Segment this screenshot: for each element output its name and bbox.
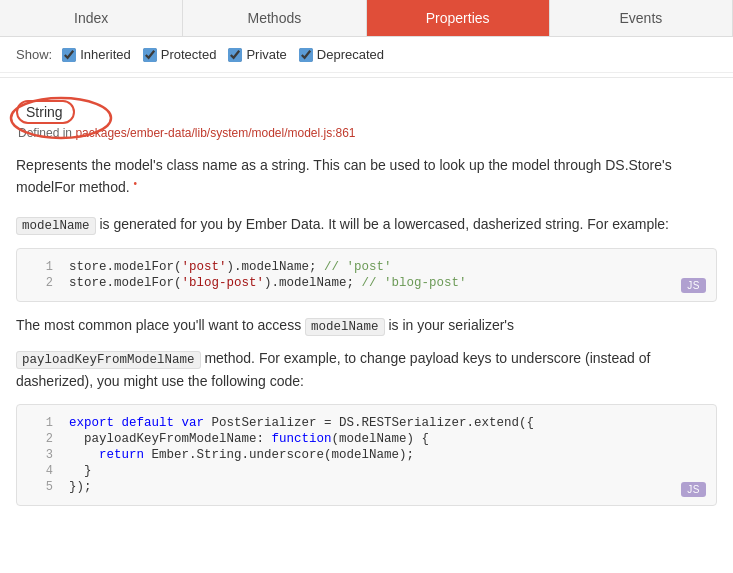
- description-1: Represents the model's class name as a s…: [16, 154, 717, 199]
- description-3b: payloadKeyFromModelName method. For exam…: [16, 347, 717, 392]
- required-dot: •: [134, 178, 138, 189]
- tab-index[interactable]: Index: [0, 0, 183, 36]
- code-text-b5: });: [69, 480, 92, 494]
- description-2-text: is generated for you by Ember Data. It w…: [99, 216, 669, 232]
- type-annotation-wrapper: String: [16, 100, 75, 124]
- private-label: Private: [246, 47, 286, 62]
- code-block-1: 1 store.modelFor('post').modelName; // '…: [16, 248, 717, 302]
- code-line-1: 1 store.modelFor('post').modelName; // '…: [17, 259, 716, 275]
- desc3-prefix: The most common place you'll want to acc…: [16, 317, 305, 333]
- tab-events[interactable]: Events: [550, 0, 733, 36]
- line-num-1: 1: [29, 260, 53, 274]
- description-1-text: Represents the model's class name as a s…: [16, 157, 672, 195]
- code-line-2: 2 store.modelFor('blog-post').modelName;…: [17, 275, 716, 291]
- code-tag-2: JS: [681, 482, 706, 497]
- code-block-2: 1 export default var PostSerializer = DS…: [16, 404, 717, 506]
- property-type: String: [16, 100, 75, 124]
- code-text-b3: return Ember.String.underscore(modelName…: [69, 448, 414, 462]
- description-2: modelName is generated for you by Ember …: [16, 213, 717, 236]
- line-num-2: 2: [29, 276, 53, 290]
- code-text-b4: }: [69, 464, 92, 478]
- modelname-inline-2: modelName: [305, 318, 385, 336]
- description-3: The most common place you'll want to acc…: [16, 314, 717, 337]
- modelname-inline-1: modelName: [16, 217, 96, 235]
- property-header: String Defined in packages/ember-data/li…: [16, 100, 717, 140]
- content-area: String Defined in packages/ember-data/li…: [0, 88, 733, 530]
- deprecated-label: Deprecated: [317, 47, 384, 62]
- tab-properties[interactable]: Properties: [367, 0, 550, 36]
- protected-label: Protected: [161, 47, 217, 62]
- deprecated-checkbox[interactable]: [299, 48, 313, 62]
- inherited-checkbox[interactable]: [62, 48, 76, 62]
- code-text-1: store.modelFor('post').modelName; // 'po…: [69, 260, 392, 274]
- desc3-suffix: is in your serializer's: [385, 317, 515, 333]
- payloadkey-inline: payloadKeyFromModelName: [16, 351, 201, 369]
- line-num-b4: 4: [29, 464, 53, 478]
- protected-checkbox[interactable]: [143, 48, 157, 62]
- code-text-b2: payloadKeyFromModelName: function(modelN…: [69, 432, 429, 446]
- filter-bar: Show: Inherited Protected Private Deprec…: [0, 37, 733, 73]
- line-num-b3: 3: [29, 448, 53, 462]
- code-line-b4: 4 }: [17, 463, 716, 479]
- code-line-b1: 1 export default var PostSerializer = DS…: [17, 415, 716, 431]
- filter-private[interactable]: Private: [228, 47, 286, 62]
- show-label: Show:: [16, 47, 52, 62]
- private-checkbox[interactable]: [228, 48, 242, 62]
- filter-protected[interactable]: Protected: [143, 47, 217, 62]
- filter-inherited[interactable]: Inherited: [62, 47, 131, 62]
- divider: [0, 77, 733, 78]
- line-num-b5: 5: [29, 480, 53, 494]
- property-defined: Defined in packages/ember-data/lib/syste…: [18, 126, 717, 140]
- code-line-b2: 2 payloadKeyFromModelName: function(mode…: [17, 431, 716, 447]
- code-line-b5: 5 });: [17, 479, 716, 495]
- code-line-b3: 3 return Ember.String.underscore(modelNa…: [17, 447, 716, 463]
- tab-bar: Index Methods Properties Events: [0, 0, 733, 37]
- defined-prefix: Defined in: [18, 126, 72, 140]
- inherited-label: Inherited: [80, 47, 131, 62]
- code-text-b1: export default var PostSerializer = DS.R…: [69, 416, 534, 430]
- code-tag-1: JS: [681, 278, 706, 293]
- defined-link[interactable]: packages/ember-data/lib/system/model/mod…: [75, 126, 355, 140]
- filter-deprecated[interactable]: Deprecated: [299, 47, 384, 62]
- code-text-2: store.modelFor('blog-post').modelName; /…: [69, 276, 467, 290]
- line-num-b2: 2: [29, 432, 53, 446]
- line-num-b1: 1: [29, 416, 53, 430]
- tab-methods[interactable]: Methods: [183, 0, 366, 36]
